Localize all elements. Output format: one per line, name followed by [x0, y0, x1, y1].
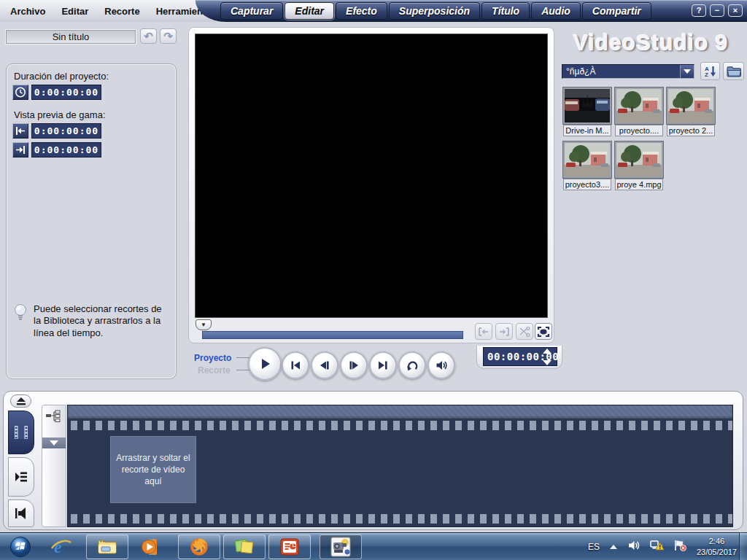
thumbnail-image — [563, 141, 611, 178]
tray-date: 23/05/2017 — [697, 547, 737, 558]
tab-compartir[interactable]: Compartir — [582, 2, 651, 20]
start-button[interactable] — [4, 534, 36, 559]
chevron-down-icon[interactable] — [680, 65, 694, 78]
project-title-field[interactable]: Sin título — [6, 30, 136, 44]
show-hidden-icons-icon[interactable] — [609, 540, 618, 553]
tab-audio[interactable]: Audio — [531, 2, 581, 20]
taskbar-powerpoint-button[interactable] — [268, 534, 311, 559]
taskbar-firefox-button[interactable] — [178, 534, 220, 559]
help-button[interactable]: ? — [692, 4, 706, 17]
volume-tray-icon[interactable] — [627, 540, 640, 554]
taskbar-explorer-button[interactable] — [86, 534, 128, 559]
end-button[interactable] — [369, 351, 397, 379]
library-item-proyecto[interactable]: proyecto.... — [615, 88, 663, 136]
mark-out-icon[interactable] — [12, 142, 28, 158]
timeline-mode-dropdown[interactable] — [42, 438, 66, 448]
thumbnail-image — [563, 88, 611, 124]
tab-titulo[interactable]: Título — [481, 2, 530, 20]
audio-track-button[interactable] — [8, 499, 34, 527]
taskbar-media-player-icon[interactable] — [134, 534, 166, 559]
mark-in-timecode[interactable]: 0:00:00:00 — [31, 123, 101, 139]
trim-bar[interactable] — [202, 331, 463, 339]
preview-panel: ▼ 00:00:00:00 — [188, 27, 554, 343]
track-ruler-band[interactable] — [68, 405, 732, 419]
timecode-down-icon[interactable] — [543, 360, 551, 365]
show-desktop-button[interactable] — [739, 532, 747, 560]
mark-in-button[interactable] — [475, 323, 492, 340]
timeline-mode-column — [42, 405, 66, 527]
library-item-drivein[interactable]: Drive-in M... — [563, 88, 611, 136]
next-frame-button[interactable] — [340, 351, 368, 379]
step-tab-bar: Capturar Editar Efecto Superposición Tít… — [196, 0, 747, 22]
tab-superposicion[interactable]: Superposición — [389, 2, 480, 20]
clip-mode-label[interactable]: Recorte — [198, 365, 231, 376]
tab-efecto[interactable]: Efecto — [336, 2, 387, 20]
video-track-filmstrip[interactable]: Arrastrar y soltar el recorte de vídeo a… — [67, 405, 733, 527]
film-sprockets-bottom — [68, 514, 732, 524]
close-button[interactable]: × — [728, 4, 743, 17]
load-video-folder-icon[interactable] — [723, 62, 744, 80]
clock-icon[interactable] — [12, 85, 28, 100]
library-item-proye4[interactable]: proye 4.mpg — [615, 141, 663, 190]
svg-text:Z: Z — [705, 71, 708, 78]
action-center-flag-icon[interactable] — [673, 540, 687, 554]
tip-text: Puede seleccionar recortes de la Bibliot… — [34, 303, 170, 339]
video-preview[interactable] — [195, 34, 548, 318]
project-mode-label[interactable]: Proyecto — [194, 353, 231, 363]
tray-clock[interactable]: 2:46 23/05/2017 — [697, 536, 737, 558]
track-manager-icon[interactable] — [45, 410, 63, 426]
thumbnail-label: proyecto3.... — [563, 179, 611, 190]
timeline-panel: Arrastrar y soltar el recorte de vídeo a… — [3, 391, 743, 530]
taskbar-videostudio-button[interactable] — [320, 534, 362, 559]
repeat-button[interactable] — [398, 351, 426, 379]
thumbnail-image — [615, 88, 663, 124]
play-button[interactable] — [248, 347, 282, 381]
tab-editar[interactable]: Editar — [285, 2, 334, 20]
lightbulb-icon — [14, 303, 27, 339]
mark-in-icon[interactable] — [12, 123, 28, 139]
undo-button[interactable]: ↶ — [140, 28, 157, 44]
library-category-dropdown[interactable]: °ñµð¿À — [562, 64, 694, 79]
preview-range-label: Vista previa de gama: — [14, 109, 106, 120]
duration-label: Duración del proyecto: — [14, 71, 109, 82]
sort-clips-button[interactable]: AZ — [700, 62, 720, 80]
menu-recorte[interactable]: Recorte — [104, 6, 139, 17]
system-tray: ES 2:46 23/05/2017 — [588, 533, 737, 560]
network-warning-icon[interactable] — [650, 540, 664, 554]
project-duration-timecode[interactable]: 0:00:00:00 — [31, 85, 101, 100]
film-sprockets-top — [68, 421, 732, 430]
timecode-display-frame: 00:00:00:00 — [476, 346, 562, 369]
video-dropzone[interactable]: Arrastrar y soltar el recorte de vídeo a… — [110, 436, 196, 503]
minimize-button[interactable]: − — [710, 4, 724, 17]
mark-out-timecode[interactable]: 0:00:00:00 — [31, 142, 101, 158]
thumbnail-image — [667, 88, 715, 124]
volume-button[interactable] — [427, 351, 455, 379]
thumbnail-image — [615, 141, 663, 178]
eject-icon[interactable] — [10, 394, 31, 408]
menu-editar[interactable]: Editar — [61, 6, 88, 17]
previous-frame-button[interactable] — [311, 351, 338, 379]
taskbar-internet-explorer-icon[interactable]: e — [45, 534, 77, 559]
windows-taskbar: e ES — [0, 532, 747, 560]
library-item-proyecto2[interactable]: proyecto 2... — [667, 88, 715, 136]
library-category-value: °ñµð¿À — [566, 66, 595, 77]
mark-out-button[interactable] — [495, 323, 513, 340]
enlarge-preview-button[interactable] — [535, 323, 552, 340]
cut-clip-button[interactable] — [516, 323, 533, 340]
menu-archivo[interactable]: Archivo — [10, 6, 45, 17]
thumbnail-label: proyecto.... — [615, 125, 663, 136]
home-button[interactable] — [282, 351, 309, 379]
library-item-proyecto3[interactable]: proyecto3.... — [563, 141, 611, 190]
videostudio-logo: VideoStudio 9 — [559, 30, 743, 56]
scrubber-handle[interactable]: ▼ — [196, 319, 212, 330]
window-controls: ? − × — [692, 4, 743, 17]
tab-capturar[interactable]: Capturar — [220, 2, 283, 20]
timecode-up-icon[interactable] — [543, 349, 551, 354]
video-track-button[interactable] — [8, 411, 34, 454]
redo-button[interactable]: ↷ — [160, 28, 177, 44]
language-indicator[interactable]: ES — [588, 542, 600, 552]
tray-time: 2:46 — [697, 536, 737, 547]
title-track-button[interactable] — [8, 457, 34, 497]
thumbnail-label: proye 4.mpg — [615, 179, 663, 190]
taskbar-notes-button[interactable] — [223, 534, 266, 559]
